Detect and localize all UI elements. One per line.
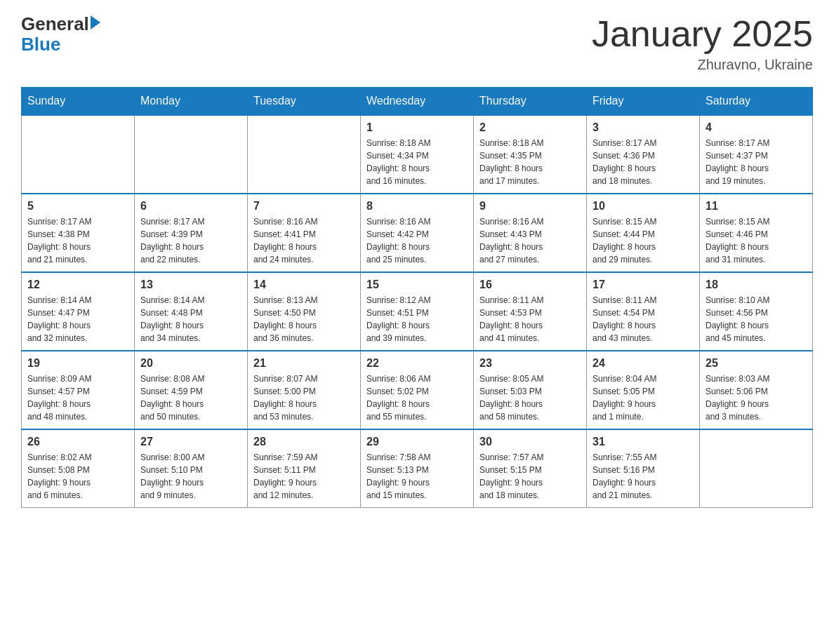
calendar-cell: 5Sunrise: 8:17 AMSunset: 4:38 PMDaylight… [22, 194, 135, 272]
calendar-cell: 8Sunrise: 8:16 AMSunset: 4:42 PMDaylight… [361, 194, 474, 272]
title-block: January 2025 Zhuravno, Ukraine [592, 14, 813, 73]
day-info: Sunrise: 8:07 AMSunset: 5:00 PMDaylight:… [253, 373, 355, 423]
calendar-cell: 10Sunrise: 8:15 AMSunset: 4:44 PMDayligh… [587, 194, 700, 272]
day-info: Sunrise: 8:17 AMSunset: 4:36 PMDaylight:… [593, 137, 694, 187]
weekday-header-monday: Monday [135, 88, 248, 116]
calendar-cell: 11Sunrise: 8:15 AMSunset: 4:46 PMDayligh… [700, 194, 813, 272]
day-number: 28 [253, 436, 355, 448]
calendar-cell [22, 115, 135, 194]
calendar-title: January 2025 [592, 14, 813, 54]
calendar-cell: 1Sunrise: 8:18 AMSunset: 4:34 PMDaylight… [361, 115, 474, 194]
weekday-header-friday: Friday [587, 88, 700, 116]
day-info: Sunrise: 8:17 AMSunset: 4:38 PMDaylight:… [27, 215, 128, 266]
day-info: Sunrise: 8:12 AMSunset: 4:51 PMDaylight:… [366, 294, 468, 344]
calendar-cell: 23Sunrise: 8:05 AMSunset: 5:03 PMDayligh… [474, 351, 587, 429]
weekday-header-sunday: Sunday [22, 88, 135, 116]
day-number: 7 [253, 200, 355, 213]
day-number: 14 [253, 279, 355, 291]
calendar-cell: 25Sunrise: 8:03 AMSunset: 5:06 PMDayligh… [700, 351, 813, 429]
day-info: Sunrise: 8:16 AMSunset: 4:42 PMDaylight:… [366, 215, 468, 266]
calendar-cell: 7Sunrise: 8:16 AMSunset: 4:41 PMDaylight… [248, 194, 361, 272]
logo: General Blue [21, 14, 100, 54]
day-number: 23 [479, 357, 581, 370]
day-number: 22 [366, 357, 468, 370]
day-info: Sunrise: 8:10 AMSunset: 4:56 PMDaylight:… [706, 294, 807, 344]
day-number: 30 [479, 436, 581, 448]
calendar-cell: 3Sunrise: 8:17 AMSunset: 4:36 PMDaylight… [587, 115, 700, 194]
day-info: Sunrise: 8:09 AMSunset: 4:57 PMDaylight:… [27, 373, 128, 423]
day-info: Sunrise: 8:11 AMSunset: 4:53 PMDaylight:… [479, 294, 581, 344]
calendar-cell: 26Sunrise: 8:02 AMSunset: 5:08 PMDayligh… [22, 429, 135, 508]
logo-blue: Blue [21, 34, 60, 55]
calendar-cell: 6Sunrise: 8:17 AMSunset: 4:39 PMDaylight… [135, 194, 248, 272]
calendar-subtitle: Zhuravno, Ukraine [592, 57, 813, 73]
weekday-header-saturday: Saturday [700, 88, 813, 116]
day-info: Sunrise: 8:11 AMSunset: 4:54 PMDaylight:… [593, 294, 694, 344]
day-info: Sunrise: 8:18 AMSunset: 4:34 PMDaylight:… [366, 137, 468, 187]
day-number: 12 [27, 279, 128, 291]
day-info: Sunrise: 8:16 AMSunset: 4:41 PMDaylight:… [253, 215, 355, 266]
day-info: Sunrise: 8:05 AMSunset: 5:03 PMDaylight:… [479, 373, 581, 423]
calendar-cell: 20Sunrise: 8:08 AMSunset: 4:59 PMDayligh… [135, 351, 248, 429]
calendar-table: SundayMondayTuesdayWednesdayThursdayFrid… [21, 87, 813, 508]
day-number: 8 [366, 200, 468, 213]
day-number: 19 [27, 357, 128, 370]
calendar-cell: 15Sunrise: 8:12 AMSunset: 4:51 PMDayligh… [361, 272, 474, 351]
calendar-week-2: 5Sunrise: 8:17 AMSunset: 4:38 PMDaylight… [22, 194, 813, 272]
day-info: Sunrise: 8:13 AMSunset: 4:50 PMDaylight:… [253, 294, 355, 344]
day-number: 31 [593, 436, 694, 448]
day-number: 6 [140, 200, 241, 213]
day-number: 26 [27, 436, 128, 448]
day-info: Sunrise: 8:02 AMSunset: 5:08 PMDaylight:… [27, 451, 128, 502]
calendar-cell: 19Sunrise: 8:09 AMSunset: 4:57 PMDayligh… [22, 351, 135, 429]
day-number: 20 [140, 357, 241, 370]
weekday-header-tuesday: Tuesday [248, 88, 361, 116]
day-info: Sunrise: 7:55 AMSunset: 5:16 PMDaylight:… [593, 451, 694, 502]
calendar-cell: 16Sunrise: 8:11 AMSunset: 4:53 PMDayligh… [474, 272, 587, 351]
calendar-week-1: 1Sunrise: 8:18 AMSunset: 4:34 PMDaylight… [22, 115, 813, 194]
day-info: Sunrise: 8:15 AMSunset: 4:46 PMDaylight:… [706, 215, 807, 266]
day-info: Sunrise: 8:00 AMSunset: 5:10 PMDaylight:… [140, 451, 241, 502]
day-info: Sunrise: 8:17 AMSunset: 4:37 PMDaylight:… [706, 137, 807, 187]
calendar-header: SundayMondayTuesdayWednesdayThursdayFrid… [22, 88, 813, 116]
calendar-cell: 22Sunrise: 8:06 AMSunset: 5:02 PMDayligh… [361, 351, 474, 429]
day-number: 24 [593, 357, 694, 370]
day-info: Sunrise: 8:06 AMSunset: 5:02 PMDaylight:… [366, 373, 468, 423]
day-number: 16 [479, 279, 581, 291]
calendar-cell: 30Sunrise: 7:57 AMSunset: 5:15 PMDayligh… [474, 429, 587, 508]
calendar-cell: 4Sunrise: 8:17 AMSunset: 4:37 PMDaylight… [700, 115, 813, 194]
logo-triangle-icon [91, 15, 100, 29]
day-number: 13 [140, 279, 241, 291]
day-number: 17 [593, 279, 694, 291]
calendar-week-4: 19Sunrise: 8:09 AMSunset: 4:57 PMDayligh… [22, 351, 813, 429]
calendar-cell: 18Sunrise: 8:10 AMSunset: 4:56 PMDayligh… [700, 272, 813, 351]
day-number: 11 [706, 200, 807, 213]
day-number: 3 [593, 121, 694, 134]
day-number: 4 [706, 121, 807, 134]
calendar-cell: 27Sunrise: 8:00 AMSunset: 5:10 PMDayligh… [135, 429, 248, 508]
calendar-cell: 21Sunrise: 8:07 AMSunset: 5:00 PMDayligh… [248, 351, 361, 429]
day-info: Sunrise: 7:58 AMSunset: 5:13 PMDaylight:… [366, 451, 468, 502]
calendar-cell: 29Sunrise: 7:58 AMSunset: 5:13 PMDayligh… [361, 429, 474, 508]
day-info: Sunrise: 8:15 AMSunset: 4:44 PMDaylight:… [593, 215, 694, 266]
calendar-cell: 28Sunrise: 7:59 AMSunset: 5:11 PMDayligh… [248, 429, 361, 508]
day-number: 9 [479, 200, 581, 213]
logo-general: General [21, 14, 89, 34]
day-number: 21 [253, 357, 355, 370]
day-info: Sunrise: 8:04 AMSunset: 5:05 PMDaylight:… [593, 373, 694, 423]
day-info: Sunrise: 8:18 AMSunset: 4:35 PMDaylight:… [479, 137, 581, 187]
calendar-cell: 24Sunrise: 8:04 AMSunset: 5:05 PMDayligh… [587, 351, 700, 429]
day-info: Sunrise: 8:14 AMSunset: 4:48 PMDaylight:… [140, 294, 241, 344]
calendar-cell: 31Sunrise: 7:55 AMSunset: 5:16 PMDayligh… [587, 429, 700, 508]
calendar-body: 1Sunrise: 8:18 AMSunset: 4:34 PMDaylight… [22, 115, 813, 508]
day-info: Sunrise: 8:16 AMSunset: 4:43 PMDaylight:… [479, 215, 581, 266]
weekday-row: SundayMondayTuesdayWednesdayThursdayFrid… [22, 88, 813, 116]
calendar-cell [135, 115, 248, 194]
calendar-cell: 2Sunrise: 8:18 AMSunset: 4:35 PMDaylight… [474, 115, 587, 194]
calendar-week-5: 26Sunrise: 8:02 AMSunset: 5:08 PMDayligh… [22, 429, 813, 508]
day-info: Sunrise: 7:59 AMSunset: 5:11 PMDaylight:… [253, 451, 355, 502]
calendar-cell: 9Sunrise: 8:16 AMSunset: 4:43 PMDaylight… [474, 194, 587, 272]
day-info: Sunrise: 8:08 AMSunset: 4:59 PMDaylight:… [140, 373, 241, 423]
day-number: 27 [140, 436, 241, 448]
calendar-cell [700, 429, 813, 508]
